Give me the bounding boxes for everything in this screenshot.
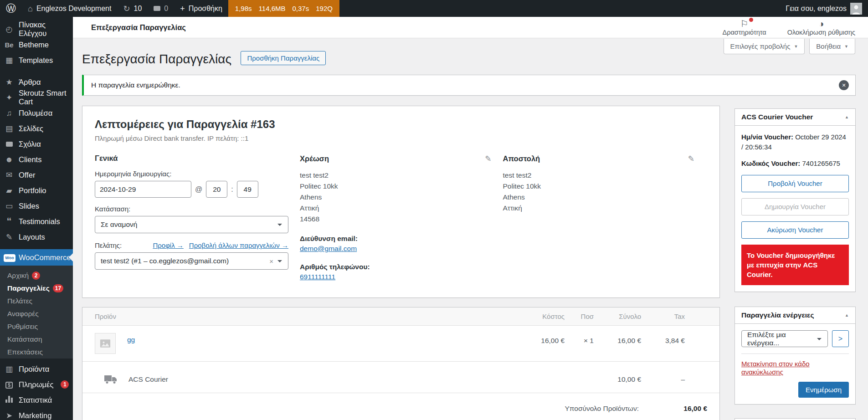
sidebar-item-clients[interactable]: ☻ Clients (0, 152, 73, 167)
billing-email-link[interactable]: demo@gmail.com (300, 245, 357, 253)
order-billing-column: Χρέωση ✎ test test2 Politec 10kk Athens … (300, 154, 503, 281)
qm-db-time: 0,37s (293, 5, 309, 12)
other-orders-link[interactable]: Προβολή άλλων παραγγελιών → (189, 241, 288, 249)
sidebar-item-posts[interactable]: ★ Άρθρα (0, 74, 73, 90)
total-value: 16,00 € (639, 405, 707, 413)
sidebar-item-pages[interactable]: ▤ Σελίδες (0, 121, 73, 136)
toolbar-title: Επεξεργασία Παραγγελίας (91, 23, 186, 32)
billing-phone-link[interactable]: 6911111111 (300, 273, 335, 281)
customer-profile-link[interactable]: Προφίλ → (153, 241, 183, 249)
order-action-select[interactable]: Επιλέξτε μια ενέργεια... (741, 330, 828, 347)
item-tax: 3,84 € (641, 333, 685, 345)
order-hour-input[interactable] (206, 181, 227, 198)
activity-button[interactable]: ⚐ Δραστηριότητα (723, 19, 766, 36)
sidebar-item-label: Προϊόντα (19, 365, 49, 374)
sidebar-item-label: Slides (19, 202, 39, 210)
sidebar-item-testimonials[interactable]: “ Testimonials (0, 214, 73, 229)
site-name-link[interactable]: ⌂ Englezos Development (22, 0, 117, 17)
help-tab[interactable]: Βοήθεια ▼ (809, 39, 855, 54)
submenu-item-reports[interactable]: Αναφορές (0, 307, 73, 320)
sidebar-item-betheme[interactable]: Be Betheme (0, 37, 73, 52)
sidebar-item-label: WooCommerce (19, 253, 71, 262)
page-title: Επεξεργασία Παραγγελίας (82, 52, 231, 66)
submenu-item-home[interactable]: Αρχική 2 (0, 269, 73, 282)
offer-icon: ✉ (4, 171, 15, 179)
sidebar-item-media[interactable]: ♫ Πολυμέσα (0, 105, 73, 121)
address-line: Αττική (300, 203, 492, 214)
folder-icon: ▰ (4, 187, 15, 195)
query-monitor-badge[interactable]: 1,98s 114,6MB 0,37s 192Q (228, 0, 339, 17)
submenu-item-label: Επεκτάσεις (7, 348, 43, 356)
shipping-item-row: ACS Courier 10,00 € – (82, 366, 719, 393)
action-placeholder: Επιλέξτε μια ενέργεια... (747, 331, 812, 347)
new-content-link[interactable]: + Προσθήκη (174, 0, 228, 17)
edit-billing-icon[interactable]: ✎ (485, 154, 491, 164)
sidebar-item-label: Templates (19, 56, 53, 65)
sidebar-item-offer[interactable]: ✉ Offer (0, 167, 73, 183)
collapse-panel-icon[interactable]: ▲ (845, 115, 849, 119)
updates-link[interactable]: ↻ 10 (117, 0, 148, 17)
sidebar-item-label: Testimonials (19, 217, 60, 226)
finish-setup-button[interactable]: ◑ Ολοκλήρωση ρύθμισης (787, 19, 855, 36)
wp-logo-button[interactable]: Ⓦ (0, 0, 22, 17)
product-name-link[interactable]: gg (127, 336, 135, 344)
sidebar-item-comments[interactable]: Σχόλια (0, 136, 73, 152)
dismiss-notice-button[interactable]: ✕ (839, 80, 849, 90)
address-line: 14568 (300, 214, 492, 225)
edit-shipping-icon[interactable]: ✎ (688, 154, 694, 164)
sidebar-item-portfolio[interactable]: ▰ Portfolio (0, 183, 73, 198)
sidebar-item-slides[interactable]: ▭ Slides (0, 198, 73, 214)
update-order-button[interactable]: Ενημέρωση (798, 382, 849, 398)
submenu-item-customers[interactable]: Πελάτες (0, 295, 73, 307)
sidebar-item-marketing[interactable]: ➤ Marketing (0, 408, 73, 420)
admin-sidebar: ◴ Πίνακας Ελέγχου Be Betheme ▦ Templates… (0, 17, 73, 420)
acs-panel-title: ACS Courier Voucher (741, 113, 813, 121)
sidebar-item-label: Layouts (19, 233, 45, 241)
order-status-select[interactable]: Σε αναμονή (95, 216, 288, 233)
screen-options-tab[interactable]: Επιλογές προβολής ▼ (724, 39, 805, 54)
sidebar-item-products[interactable]: ▥ Προϊόντα (0, 361, 73, 377)
submenu-item-extensions[interactable]: Επεκτάσεις (0, 346, 73, 359)
bar-chart-icon (4, 396, 15, 404)
cancel-voucher-button[interactable]: Ακύρωση Voucher (741, 221, 849, 239)
address-line: Politec 10kk (300, 181, 492, 192)
sidebar-item-payments[interactable]: $ Πληρωμές 1 (0, 377, 73, 392)
move-to-trash-link[interactable]: Μετακίνηση στον κάδο ανακύκλωσης (741, 360, 810, 376)
collapse-panel-icon[interactable]: ▲ (845, 313, 849, 318)
sidebar-item-dashboard[interactable]: ◴ Πίνακας Ελέγχου (0, 21, 73, 37)
pencil-icon: ✎ (4, 233, 15, 241)
order-actions-panel: Παραγγελία ενέργειες ▲ Επιλέξτε μια ενέρ… (734, 307, 856, 405)
submenu-item-orders[interactable]: Παραγγελίες 17 (0, 282, 73, 295)
quote-icon: “ (4, 219, 15, 224)
help-label: Βοήθεια (816, 42, 841, 50)
clear-selection-icon[interactable]: × (269, 257, 273, 265)
submenu-item-settings[interactable]: Ρυθμίσεις (0, 320, 73, 333)
submenu-item-status[interactable]: Κατάσταση (0, 333, 73, 346)
sidebar-item-templates[interactable]: ▦ Templates (0, 52, 73, 68)
apply-action-button[interactable]: > (832, 330, 849, 347)
my-account-link[interactable]: Γεια σου, englezos (780, 0, 868, 17)
contrast-icon: ◑ (818, 19, 824, 28)
count-badge: 1 (61, 380, 69, 389)
view-voucher-button[interactable]: Προβολή Voucher (741, 175, 849, 192)
site-name: Englezos Development (36, 5, 112, 13)
sidebar-item-label: Clients (19, 155, 41, 164)
sidebar-item-skroutz[interactable]: ✦ Skroutz Smart Cart (0, 90, 73, 105)
column-cost: Κόστος (519, 312, 565, 320)
sidebar-item-label: Στατιστικά (19, 396, 52, 405)
qm-memory: 114,6MB (259, 5, 286, 12)
order-date-input[interactable] (95, 181, 191, 198)
sidebar-item-layouts[interactable]: ✎ Layouts (0, 229, 73, 245)
comments-link[interactable]: 0 (148, 0, 174, 17)
order-payment-meta: Πληρωμή μέσω Direct bank transfer. IP πε… (95, 134, 706, 142)
sidebar-item-label: Πολυμέσα (19, 109, 52, 118)
sidebar-item-analytics[interactable]: Στατιστικά (0, 392, 73, 408)
order-minute-input[interactable] (237, 181, 258, 198)
item-total: 16,00 € (594, 333, 641, 345)
add-order-button[interactable]: Προσθήκη Παραγγελίας (241, 51, 326, 65)
sidebar-item-label: Σχόλια (19, 140, 41, 149)
sidebar-item-woocommerce[interactable]: Woo WooCommerce (0, 249, 73, 266)
order-item-row: gg 16,00 € × 1 16,00 € 3,84 € (82, 326, 719, 362)
customer-select[interactable]: test test2 (#1 – co.egglezos@gmail.com) … (95, 252, 288, 270)
sidebar-item-label: Σελίδες (19, 124, 43, 133)
